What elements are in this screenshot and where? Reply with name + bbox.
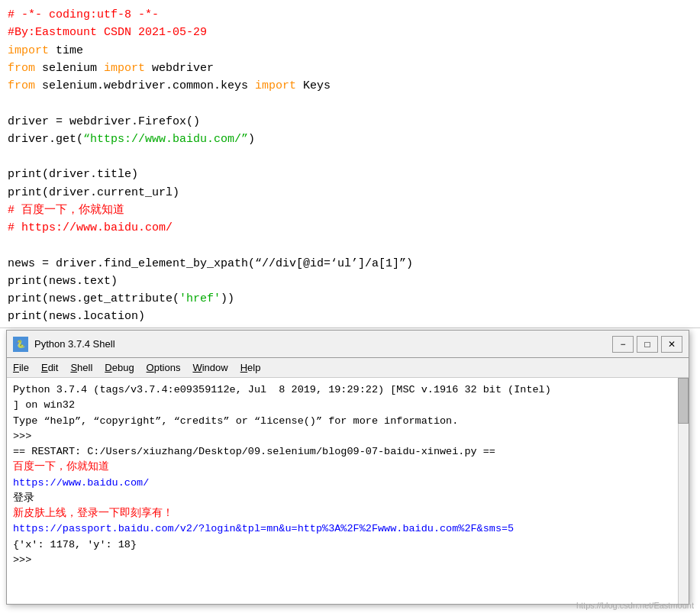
code-line: import time: [8, 42, 692, 60]
code-line: from selenium import webdriver: [8, 60, 692, 77]
shell-output-line: Python 3.7.4 (tags/v3.7.4:e09359112e, Ju…: [13, 382, 667, 414]
code-editor: # -*- coding:utf-8 -*-#By:Eastmount CSDN…: [0, 0, 700, 328]
watermark: https://blog.csdn.net/Eastmount: [576, 601, 694, 610]
shell-menu-item[interactable]: Shell: [70, 362, 92, 373]
shell-output-line: {'x': 1178, 'y': 18}: [13, 537, 667, 553]
scrollbar-thumb[interactable]: [678, 378, 689, 424]
shell-window: 🐍 Python 3.7.4 Shell − □ ✕ FileEditShell…: [6, 330, 689, 605]
shell-title: Python 3.7.4 Shell: [34, 338, 115, 350]
shell-output-line: https://www.baidu.com/: [13, 476, 667, 491]
shell-content[interactable]: Python 3.7.4 (tags/v3.7.4:e09359112e, Ju…: [7, 378, 689, 604]
close-button[interactable]: ✕: [661, 336, 682, 353]
python-icon: 🐍: [13, 337, 28, 352]
shell-titlebar: 🐍 Python 3.7.4 Shell − □ ✕: [7, 331, 689, 358]
code-line: # -*- coding:utf-8 -*-: [8, 6, 692, 24]
code-line: from selenium.webdriver.common.keys impo…: [8, 77, 692, 95]
shell-menu-item[interactable]: Help: [240, 362, 261, 373]
code-line: news = driver.find_element_by_xpath(“//d…: [8, 255, 692, 273]
maximize-button[interactable]: □: [637, 336, 658, 353]
shell-menu-item[interactable]: Window: [192, 362, 227, 373]
shell-menu-item[interactable]: Debug: [105, 362, 134, 373]
shell-menu-item[interactable]: Edit: [41, 362, 58, 373]
shell-output-line: >>>: [13, 429, 667, 444]
code-line: print(news.location): [8, 308, 692, 325]
code-line: [8, 148, 692, 166]
code-line: driver = webdriver.Firefox(): [8, 113, 692, 131]
shell-output-line: 登录: [13, 491, 667, 506]
shell-output-line: Type “help”, “copyright”, “credits” or “…: [13, 414, 667, 429]
code-line: [8, 95, 692, 112]
code-line: print(news.text): [8, 273, 692, 290]
code-line: driver.get(“https://www.baidu.com/”): [8, 131, 692, 148]
shell-output-line: 新皮肤上线，登录一下即刻享有！: [13, 506, 667, 521]
scrollbar-track[interactable]: [678, 378, 689, 604]
code-line: #By:Eastmount CSDN 2021-05-29: [8, 24, 692, 41]
code-line: print(driver.current_url): [8, 184, 692, 202]
code-line: # https://www.baidu.com/: [8, 219, 692, 237]
shell-menu-item[interactable]: Options: [147, 362, 181, 373]
code-line: [8, 237, 692, 254]
window-controls: − □ ✕: [612, 336, 682, 353]
code-line: # 百度一下，你就知道: [8, 202, 692, 219]
shell-output-line: == RESTART: C:/Users/xiuzhang/Desktop/09…: [13, 444, 667, 460]
code-line: print(news.get_attribute('href')): [8, 290, 692, 308]
shell-output-line: >>>: [13, 553, 667, 568]
code-line: # 新闻: [8, 326, 692, 329]
code-line: print(driver.title): [8, 166, 692, 183]
shell-menu-item[interactable]: File: [13, 362, 29, 373]
shell-output-line: 百度一下，你就知道: [13, 460, 667, 475]
minimize-button[interactable]: −: [612, 336, 634, 353]
shell-menubar: FileEditShellDebugOptionsWindowHelp: [7, 358, 689, 378]
shell-output-line: https://passport.baidu.com/v2/?login&tpl…: [13, 521, 667, 537]
